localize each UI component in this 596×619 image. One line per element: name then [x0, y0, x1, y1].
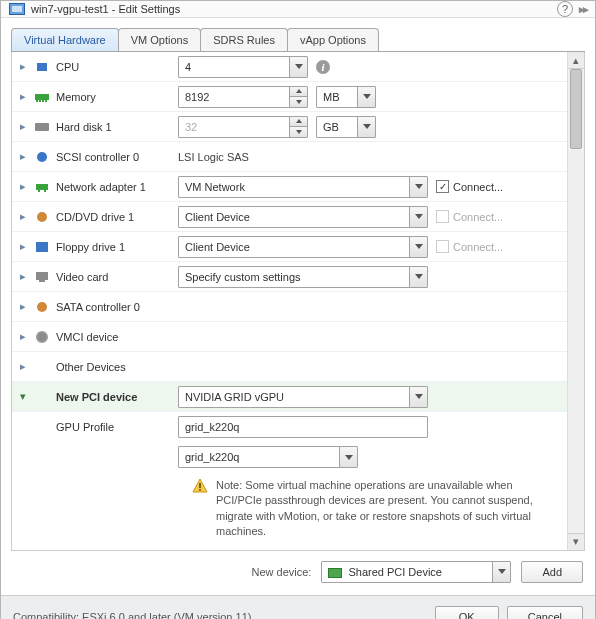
gpu-profile-input[interactable]: grid_k220q [178, 416, 428, 438]
warning-icon [192, 478, 208, 494]
svg-rect-19 [39, 280, 45, 282]
cancel-button[interactable]: Cancel [507, 606, 583, 619]
expand-arrow-icon[interactable]: ▸ [18, 90, 28, 103]
spin-down-icon[interactable] [290, 127, 307, 137]
expand-arrow-icon[interactable]: ▸ [18, 150, 28, 163]
harddisk-spinner[interactable]: 32 [178, 116, 308, 138]
chevron-down-icon[interactable] [289, 57, 307, 77]
cddvd-combo[interactable]: Client Device [178, 206, 428, 228]
memory-icon [34, 90, 50, 104]
info-icon[interactable]: i [316, 60, 330, 74]
chevron-down-icon[interactable] [357, 117, 375, 137]
harddisk-icon [34, 120, 50, 134]
cddvd-label: CD/DVD drive 1 [56, 211, 134, 223]
row-sata: ▸ SATA controller 0 [12, 292, 567, 322]
new-device-combo[interactable]: Shared PCI Device [321, 561, 511, 583]
chevron-down-icon[interactable] [409, 237, 427, 257]
help-icon[interactable]: ? [557, 1, 573, 17]
expand-arrow-icon[interactable]: ▸ [18, 300, 28, 313]
cddvd-icon [34, 210, 50, 224]
pci-card-icon [328, 568, 342, 578]
floppy-combo[interactable]: Client Device [178, 236, 428, 258]
collapse-arrow-icon[interactable]: ▾ [18, 390, 28, 403]
pci-label: New PCI device [56, 391, 137, 403]
cpu-icon [34, 60, 50, 74]
spin-up-icon[interactable] [290, 117, 307, 128]
harddisk-unit-combo[interactable]: GB [316, 116, 376, 138]
tab-virtual-hardware[interactable]: Virtual Hardware [11, 28, 119, 51]
row-vmci: ▸ VMCI device [12, 322, 567, 352]
memory-spinner[interactable]: 8192 [178, 86, 308, 108]
row-video: ▸ Video card Specify custom settings [12, 262, 567, 292]
expand-arrow-icon[interactable]: ▸ [18, 60, 28, 73]
chevron-down-icon[interactable] [409, 177, 427, 197]
pci-combo[interactable]: NVIDIA GRID vGPU [178, 386, 428, 408]
scsi-label: SCSI controller 0 [56, 151, 139, 163]
expand-icon[interactable]: ▸▸ [579, 3, 587, 16]
new-device-label: New device: [252, 566, 312, 578]
cpu-label: CPU [56, 61, 79, 73]
spin-up-icon[interactable] [290, 87, 307, 98]
harddisk-label: Hard disk 1 [56, 121, 112, 133]
tab-vm-options[interactable]: VM Options [118, 28, 201, 51]
gpu-profile-combo[interactable]: grid_k220q [178, 446, 358, 468]
row-harddisk: ▸ Hard disk 1 32 GB [12, 112, 567, 142]
blank-icon [34, 360, 50, 374]
expand-arrow-icon[interactable]: ▸ [18, 210, 28, 223]
svg-rect-18 [36, 272, 48, 280]
compatibility-text: Compatibility: ESXi 6.0 and later (VM ve… [13, 611, 427, 619]
expand-arrow-icon[interactable]: ▸ [18, 240, 28, 253]
svg-rect-17 [39, 242, 45, 246]
add-button[interactable]: Add [521, 561, 583, 583]
scsi-icon [34, 150, 50, 164]
sata-label: SATA controller 0 [56, 301, 140, 313]
vertical-scrollbar[interactable]: ▴ ▾ [567, 52, 584, 550]
ok-button[interactable]: OK [435, 606, 499, 619]
network-label: Network adapter 1 [56, 181, 146, 193]
network-icon [34, 180, 50, 194]
tab-sdrs-rules[interactable]: SDRS Rules [200, 28, 288, 51]
scrollbar-thumb[interactable] [570, 69, 582, 149]
scroll-up-icon[interactable]: ▴ [568, 52, 584, 69]
chevron-down-icon[interactable] [409, 387, 427, 407]
svg-rect-11 [36, 184, 48, 190]
scsi-value: LSI Logic SAS [178, 151, 249, 163]
chevron-down-icon[interactable] [357, 87, 375, 107]
sata-icon [34, 300, 50, 314]
video-combo[interactable]: Specify custom settings [178, 266, 428, 288]
cpu-combo[interactable]: 4 [178, 56, 308, 78]
blank-icon [34, 390, 50, 404]
spin-down-icon[interactable] [290, 97, 307, 107]
expand-arrow-icon[interactable]: ▸ [18, 330, 28, 343]
row-cddvd: ▸ CD/DVD drive 1 Client Device Connect..… [12, 202, 567, 232]
scroll-down-icon[interactable]: ▾ [568, 533, 584, 550]
chevron-down-icon[interactable] [492, 562, 510, 582]
svg-point-15 [41, 215, 44, 218]
svg-point-21 [40, 305, 44, 309]
floppy-connect-checkbox: Connect... [436, 240, 503, 253]
tab-vapp-options[interactable]: vApp Options [287, 28, 379, 51]
memory-unit-combo[interactable]: MB [316, 86, 376, 108]
footer: Compatibility: ESXi 6.0 and later (VM ve… [1, 595, 595, 619]
chevron-down-icon[interactable] [339, 447, 357, 467]
network-connect-checkbox[interactable]: ✓Connect... [436, 180, 503, 193]
row-floppy: ▸ Floppy drive 1 Client Device Connect..… [12, 232, 567, 262]
svg-rect-2 [35, 94, 49, 100]
row-other: ▸ Other Devices [12, 352, 567, 382]
row-gpu-profile: GPU Profile grid_k220q [12, 412, 567, 442]
chevron-down-icon[interactable] [409, 267, 427, 287]
new-device-bar: New device: Shared PCI Device Add [1, 551, 595, 595]
row-scsi: ▸ SCSI controller 0 LSI Logic SAS [12, 142, 567, 172]
expand-arrow-icon[interactable]: ▸ [18, 360, 28, 373]
cddvd-connect-checkbox: Connect... [436, 210, 503, 223]
expand-arrow-icon[interactable]: ▸ [18, 120, 28, 133]
svg-rect-5 [42, 100, 44, 102]
network-combo[interactable]: VM Network [178, 176, 428, 198]
expand-arrow-icon[interactable]: ▸ [18, 270, 28, 283]
titlebar: win7-vgpu-test1 - Edit Settings ? ▸▸ [1, 1, 595, 18]
expand-arrow-icon[interactable]: ▸ [18, 180, 28, 193]
tabs: Virtual Hardware VM Options SDRS Rules v… [11, 28, 585, 51]
video-label: Video card [56, 271, 108, 283]
chevron-down-icon[interactable] [409, 207, 427, 227]
row-pci-device: ▾ New PCI device NVIDIA GRID vGPU [12, 382, 567, 412]
